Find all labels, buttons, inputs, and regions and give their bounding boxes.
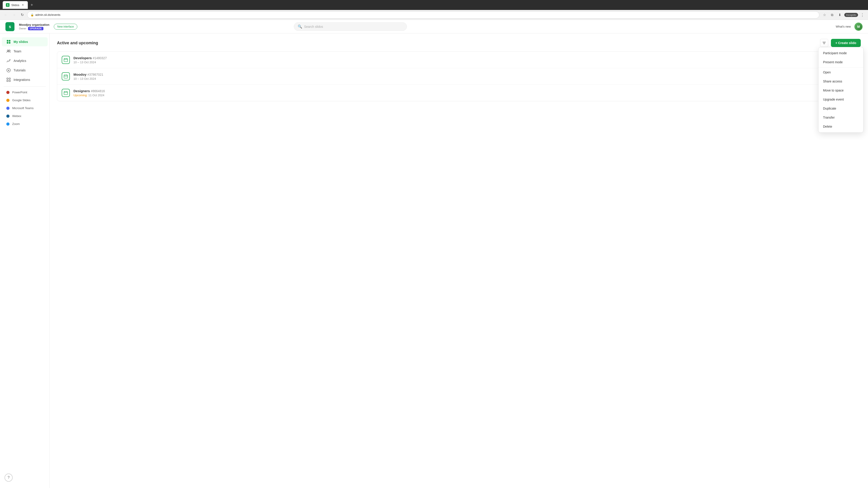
reload-button[interactable]: ↻ xyxy=(19,12,25,18)
webex-label: Webex xyxy=(12,114,21,118)
svg-rect-13 xyxy=(7,80,8,82)
svg-marker-10 xyxy=(8,70,9,71)
event-item-developers[interactable]: Developers #1480327 10 – 13 Oct 2024 ⋮ xyxy=(57,52,861,68)
sidebar-integration-zoom[interactable]: Zoom xyxy=(2,120,48,128)
context-menu-item-duplicate[interactable]: Duplicate xyxy=(818,104,863,113)
filter-icon xyxy=(822,41,826,45)
lock-icon: 🔒 xyxy=(31,13,34,17)
event-title-designers: Designers #8664816 xyxy=(73,89,849,93)
help-button[interactable]: ? xyxy=(4,474,13,482)
event-id-moodoy: #37867021 xyxy=(88,73,103,76)
app-header: s Moodjoy organization Owner UPGRADE New… xyxy=(0,20,868,33)
header-right: What's new M xyxy=(836,23,863,31)
svg-rect-11 xyxy=(7,78,8,79)
event-date-developers: 10 – 13 Oct 2024 xyxy=(73,61,849,64)
event-title-developers: Developers #1480327 xyxy=(73,56,849,60)
event-id-designers: #8664816 xyxy=(91,89,105,93)
tutorials-icon xyxy=(6,68,11,72)
sidebar-item-integrations[interactable]: Integrations xyxy=(2,75,48,84)
sidebar-item-team[interactable]: Team xyxy=(2,47,48,56)
upgrade-badge[interactable]: UPGRADE xyxy=(28,27,43,30)
svg-rect-2 xyxy=(7,40,8,41)
org-role: Owner xyxy=(19,27,26,30)
sidebar-item-my-slidos[interactable]: My slidos xyxy=(2,37,48,46)
sidebar-integration-google-slides[interactable]: Google Slides xyxy=(2,96,48,104)
sidebar-item-tutorials[interactable]: Tutorials xyxy=(2,66,48,75)
upcoming-label: Upcoming: xyxy=(73,94,88,97)
svg-rect-22 xyxy=(64,75,68,78)
tab-favicon: S xyxy=(6,3,9,7)
webex-icon xyxy=(6,115,9,118)
back-button[interactable]: ← xyxy=(3,12,9,18)
extensions-button[interactable]: ⧉ xyxy=(829,12,835,18)
svg-point-7 xyxy=(9,50,10,51)
sidebar-item-analytics[interactable]: Analytics xyxy=(2,56,48,65)
download-button[interactable]: ⬇ xyxy=(837,12,843,18)
forward-button[interactable]: → xyxy=(11,12,17,18)
sidebar-item-my-slidos-label: My slidos xyxy=(13,40,28,43)
search-icon: 🔍 xyxy=(298,24,302,29)
section-header: Active and upcoming + Create slido xyxy=(57,39,861,47)
svg-rect-18 xyxy=(64,59,68,62)
event-item-moodoy[interactable]: Moodoy #37867021 10 – 13 Oct 2024 ⋮ xyxy=(57,68,861,85)
bookmark-button[interactable]: ☆ xyxy=(821,12,828,18)
sidebar-item-tutorials-label: Tutorials xyxy=(13,68,26,72)
integrations-icon xyxy=(6,77,11,82)
browser-menu-button[interactable]: ⋮ xyxy=(860,12,865,18)
slido-logo-icon: s xyxy=(5,22,14,31)
address-bar[interactable]: 🔒 admin.sli.do/events xyxy=(27,11,819,19)
powerpoint-icon xyxy=(6,91,9,94)
event-date-moodoy: 10 – 13 Oct 2024 xyxy=(73,77,849,80)
context-menu-item-share-access[interactable]: Share access xyxy=(818,77,863,86)
context-menu-item-present-mode[interactable]: Present mode xyxy=(818,58,863,67)
browser-toolbar: ← → ↻ 🔒 admin.sli.do/events ☆ ⧉ ⬇ Incogn… xyxy=(0,10,868,20)
org-info: Moodjoy organization Owner UPGRADE xyxy=(19,23,49,30)
avatar[interactable]: M xyxy=(855,23,863,31)
new-tab-button[interactable]: + xyxy=(29,3,35,7)
team-icon xyxy=(6,49,11,54)
event-item-designers[interactable]: Designers #8664816 Upcoming: 11 Oct 2024… xyxy=(57,85,861,101)
tab-title: Slidos xyxy=(11,3,19,7)
google-slides-label: Google Slides xyxy=(12,98,31,102)
active-tab[interactable]: S Slidos ✕ xyxy=(3,1,28,9)
sidebar-integration-powerpoint[interactable]: PowerPoint xyxy=(2,89,48,96)
event-name-designers: Designers xyxy=(73,89,90,93)
microsoft-teams-label: Microsoft Teams xyxy=(12,106,33,110)
event-details-designers: Designers #8664816 Upcoming: 11 Oct 2024 xyxy=(73,89,849,97)
my-slidos-icon xyxy=(6,39,11,44)
event-id-developers: #1480327 xyxy=(93,56,107,60)
event-date-designers: Upcoming: 11 Oct 2024 xyxy=(73,94,849,97)
svg-rect-14 xyxy=(9,80,10,82)
main-content: Active and upcoming + Create slido xyxy=(50,33,868,488)
sidebar-divider xyxy=(4,86,46,87)
create-slido-button[interactable]: + Create slido xyxy=(831,39,861,47)
context-menu-item-open[interactable]: Open xyxy=(818,68,863,77)
microsoft-teams-icon xyxy=(6,107,9,110)
whats-new-button[interactable]: What's new xyxy=(836,25,851,28)
new-interface-button[interactable]: New interface xyxy=(54,24,77,30)
event-calendar-icon-3 xyxy=(62,89,70,97)
tab-close-button[interactable]: ✕ xyxy=(21,3,25,7)
search-container: 🔍 xyxy=(294,22,407,31)
context-menu-item-upgrade-event[interactable]: Upgrade event xyxy=(818,95,863,104)
address-text: admin.sli.do/events xyxy=(35,13,60,17)
sidebar-integration-webex[interactable]: Webex xyxy=(2,112,48,120)
event-name-developers: Developers xyxy=(73,56,92,60)
search-bar[interactable]: 🔍 xyxy=(294,22,407,31)
svg-rect-12 xyxy=(9,78,10,79)
context-menu: Participant mode Present mode Open Share… xyxy=(818,47,864,133)
context-menu-item-transfer[interactable]: Transfer xyxy=(818,113,863,122)
event-details-developers: Developers #1480327 10 – 13 Oct 2024 xyxy=(73,56,849,64)
header-actions: + Create slido xyxy=(820,39,861,47)
context-menu-item-participant-mode[interactable]: Participant mode xyxy=(818,48,863,58)
context-menu-item-move-to-space[interactable]: Move to space xyxy=(818,86,863,95)
filter-button[interactable] xyxy=(820,39,828,47)
events-container: Developers #1480327 10 – 13 Oct 2024 ⋮ xyxy=(57,52,861,101)
search-input[interactable] xyxy=(304,25,403,29)
sidebar-integration-microsoft-teams[interactable]: Microsoft Teams xyxy=(2,104,48,112)
context-menu-item-delete[interactable]: Delete xyxy=(818,122,863,131)
incognito-label: Incognito xyxy=(846,13,856,16)
analytics-icon xyxy=(6,59,11,63)
avatar-image: M xyxy=(855,23,862,30)
event-calendar-icon-2 xyxy=(62,72,70,80)
